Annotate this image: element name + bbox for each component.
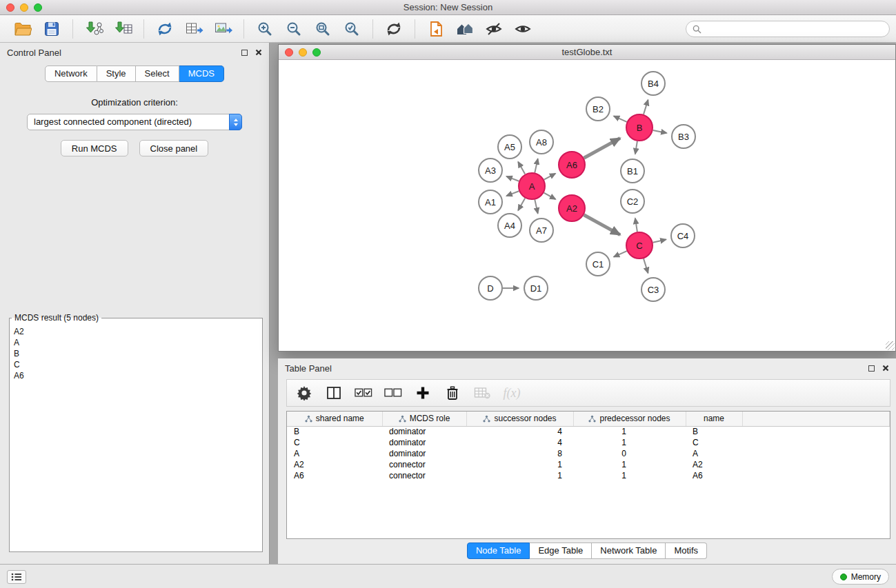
- task-history-button[interactable]: [7, 570, 26, 584]
- search-field[interactable]: [686, 21, 890, 37]
- graph-node-B2[interactable]: B2: [586, 97, 610, 121]
- graph-edge-B-B4[interactable]: [644, 100, 648, 114]
- open-session-icon[interactable]: [12, 18, 34, 40]
- table-row[interactable]: Cdominator41C: [287, 437, 890, 448]
- save-session-icon[interactable]: [41, 18, 63, 40]
- zoom-out-icon[interactable]: [283, 18, 305, 40]
- graph-node-A[interactable]: A: [519, 173, 545, 199]
- tab-node-table[interactable]: Node Table: [467, 543, 530, 559]
- table-row[interactable]: Bdominator41B: [287, 426, 890, 437]
- apply-layout-icon[interactable]: [383, 18, 405, 40]
- mcds-result-item[interactable]: A6: [14, 370, 258, 381]
- graph-node-B4[interactable]: B4: [641, 72, 665, 95]
- show-graphics-details-icon[interactable]: [512, 18, 534, 40]
- export-table-icon[interactable]: [183, 18, 205, 40]
- import-network-icon[interactable]: [83, 18, 105, 40]
- graph-edge-A-A5[interactable]: [518, 162, 525, 174]
- run-mcds-button[interactable]: Run MCDS: [61, 140, 128, 156]
- graph-node-B1[interactable]: B1: [621, 159, 644, 183]
- import-table-icon[interactable]: [112, 18, 134, 40]
- column-header-name[interactable]: name: [686, 412, 742, 426]
- memory-button[interactable]: Memory: [832, 569, 889, 585]
- graph-edge-A-A2[interactable]: [544, 193, 556, 199]
- hide-graphics-details-icon[interactable]: [483, 18, 505, 40]
- mcds-result-item[interactable]: C: [14, 359, 258, 370]
- graph-node-D1[interactable]: D1: [524, 276, 548, 300]
- close-window-button[interactable]: [6, 3, 14, 12]
- tab-motifs[interactable]: Motifs: [666, 543, 707, 559]
- graph-edge-B-B3[interactable]: [653, 130, 667, 133]
- network-graph[interactable]: B4B2BB3A8A5A6A3B1AC2A1A2A4A7C4CC1DD1C3: [279, 60, 895, 351]
- tab-network-table[interactable]: Network Table: [592, 543, 666, 559]
- minimize-window-button[interactable]: [20, 3, 28, 12]
- minimize-network-window-button[interactable]: [299, 48, 307, 57]
- column-header-mcds-role[interactable]: MCDS role: [382, 412, 466, 426]
- add-row-icon[interactable]: [414, 384, 432, 402]
- export-network-icon[interactable]: [154, 18, 176, 40]
- graph-edge-C-C1[interactable]: [614, 251, 627, 257]
- graph-node-C4[interactable]: C4: [671, 224, 695, 247]
- float-table-panel-icon[interactable]: [868, 365, 875, 372]
- zoom-window-button[interactable]: [34, 3, 42, 12]
- criterion-dropdown[interactable]: largest connected component (directed): [27, 114, 242, 130]
- graph-edge-C-C2[interactable]: [635, 219, 637, 232]
- mcds-result-item[interactable]: B: [14, 348, 258, 359]
- delete-row-icon[interactable]: [444, 384, 461, 402]
- mcds-result-item[interactable]: A: [14, 337, 258, 348]
- select-all-icon[interactable]: [355, 384, 372, 402]
- graph-edge-B-B1[interactable]: [635, 141, 637, 154]
- graph-edge-A-A3[interactable]: [506, 176, 519, 181]
- close-network-window-button[interactable]: [285, 48, 293, 57]
- column-header-predecessor-nodes[interactable]: predecessor nodes: [573, 412, 686, 426]
- graph-node-A5[interactable]: A5: [498, 135, 521, 159]
- zoom-in-icon[interactable]: [254, 18, 276, 40]
- graph-edge-A-A1[interactable]: [506, 191, 519, 196]
- graph-node-A7[interactable]: A7: [530, 219, 553, 242]
- graph-edge-A6-B[interactable]: [584, 138, 621, 158]
- graph-node-B3[interactable]: B3: [672, 125, 695, 148]
- network-window-titlebar[interactable]: testGlobe.txt: [279, 45, 895, 60]
- graph-node-A8[interactable]: A8: [530, 130, 553, 154]
- graph-node-A2[interactable]: A2: [559, 195, 585, 221]
- graph-edge-A-A8[interactable]: [535, 159, 537, 172]
- column-header-shared-name[interactable]: shared name: [287, 412, 382, 426]
- deselect-all-icon[interactable]: [384, 384, 402, 402]
- graph-edge-B-B2[interactable]: [614, 116, 627, 122]
- table-settings-icon[interactable]: [295, 384, 313, 402]
- graph-node-A4[interactable]: A4: [498, 214, 521, 237]
- graph-edge-A-A6[interactable]: [544, 174, 556, 180]
- tab-edge-table[interactable]: Edge Table: [530, 543, 592, 559]
- tab-select[interactable]: Select: [136, 65, 179, 82]
- window-resize-grip[interactable]: [886, 341, 895, 350]
- table-row[interactable]: A6connector11A6: [287, 470, 890, 481]
- graph-node-B[interactable]: B: [626, 114, 653, 141]
- graph-edge-C-C3[interactable]: [644, 258, 648, 273]
- open-document-icon[interactable]: [425, 18, 447, 40]
- graph-node-C[interactable]: C: [626, 232, 653, 258]
- zoom-selected-icon[interactable]: [341, 18, 363, 40]
- graph-edge-A-A7[interactable]: [535, 200, 537, 214]
- tab-mcds[interactable]: MCDS: [179, 65, 224, 82]
- graph-edge-A-A4[interactable]: [518, 198, 525, 210]
- zoom-network-window-button[interactable]: [312, 48, 321, 57]
- graph-edge-A2-C[interactable]: [584, 215, 621, 235]
- split-view-icon[interactable]: [325, 384, 343, 402]
- graph-node-A1[interactable]: A1: [479, 190, 502, 214]
- table-row[interactable]: Adominator80A: [287, 448, 890, 459]
- graph-node-A3[interactable]: A3: [479, 159, 502, 182]
- graph-node-C3[interactable]: C3: [641, 278, 665, 301]
- close-panel-icon[interactable]: [255, 48, 262, 58]
- graph-node-A6[interactable]: A6: [559, 152, 585, 178]
- table-row[interactable]: A2connector11A2: [287, 459, 890, 470]
- zoom-fit-icon[interactable]: [312, 18, 334, 40]
- graph-edge-C-C4[interactable]: [653, 239, 666, 242]
- search-input[interactable]: [706, 24, 883, 34]
- export-image-icon[interactable]: [212, 18, 234, 40]
- graph-node-C1[interactable]: C1: [586, 252, 610, 276]
- home-views-icon[interactable]: [454, 18, 476, 40]
- graph-node-D[interactable]: D: [479, 276, 502, 300]
- close-table-panel-icon[interactable]: [882, 363, 889, 374]
- float-panel-icon[interactable]: [241, 50, 248, 56]
- mcds-result-item[interactable]: A2: [14, 326, 258, 337]
- tab-style[interactable]: Style: [97, 65, 136, 82]
